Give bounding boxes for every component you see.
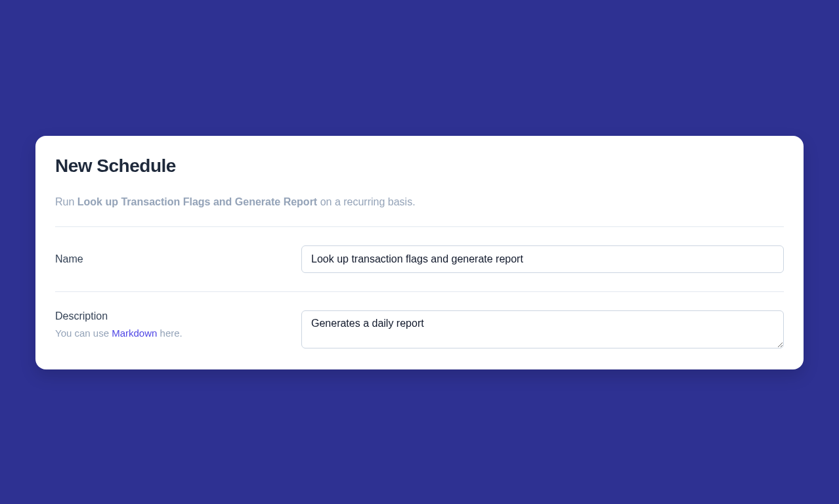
description-textarea[interactable] [301,310,784,348]
form-row-description: Description You can use Markdown here. [55,292,784,369]
form-label-col: Description You can use Markdown here. [55,310,301,339]
subtitle-suffix: on a recurring basis. [317,196,415,207]
new-schedule-modal: New Schedule Run Look up Transaction Fla… [35,136,804,369]
subtitle-prefix: Run [55,196,77,207]
form-row-name: Name [55,227,784,291]
form-input-col [301,245,784,273]
description-hint: You can use Markdown here. [55,327,301,339]
form-input-col [301,310,784,351]
hint-prefix: You can use [55,327,112,339]
markdown-link[interactable]: Markdown [112,327,157,339]
name-label: Name [55,253,301,265]
name-input[interactable] [301,245,784,273]
modal-title: New Schedule [55,156,784,177]
hint-suffix: here. [157,327,182,339]
modal-subtitle: Run Look up Transaction Flags and Genera… [55,196,784,226]
subtitle-task-name: Look up Transaction Flags and Generate R… [77,196,317,207]
form-label-col: Name [55,253,301,265]
description-label: Description [55,310,301,322]
